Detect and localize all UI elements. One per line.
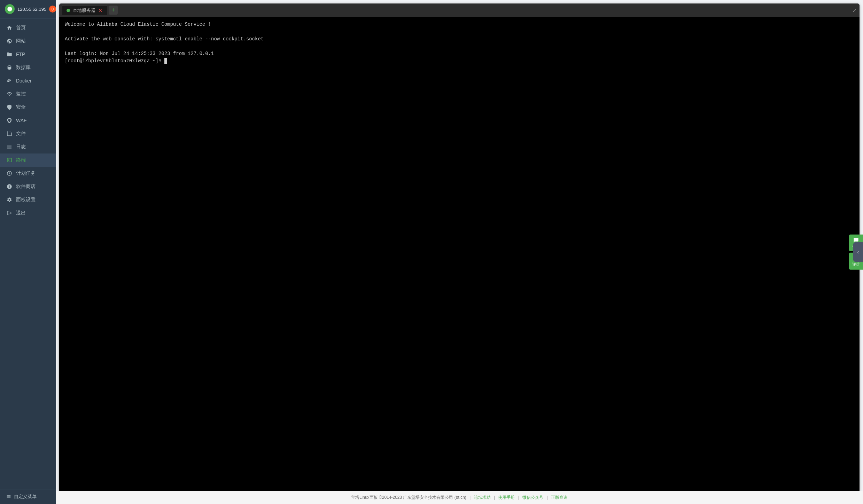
footer-link-manual[interactable]: 使用手册 [498,495,515,500]
sidebar-item-database-label: 数据库 [16,64,31,71]
sidebar-item-database[interactable]: 数据库 [0,61,56,74]
clock-icon [6,170,13,176]
terminal-line-3: Activate the web console with: systemctl… [65,36,264,42]
svg-rect-1 [8,80,9,80]
sidebar-item-terminal-label: 终端 [16,157,26,163]
sidebar-collapse-button[interactable]: ‹ [853,242,863,262]
sidebar-item-waf[interactable]: WAF [0,114,56,127]
sidebar-item-logs-label: 日志 [16,144,26,150]
sidebar-item-logout[interactable]: 退出 [0,206,56,220]
footer-copyright: 宝塔Linux面板 ©2014-2023 广东堡塔安全技术有限公司 (bt.cn… [351,495,466,500]
terminal-prompt: [root@iZbplevr9blnto5z0xlwzgZ ~]# [65,58,164,64]
sidebar-item-website-label: 网站 [16,38,26,44]
sidebar-item-monitor[interactable]: 监控 [0,87,56,101]
file-icon [6,131,13,137]
database-icon [6,64,13,71]
server-icon [5,4,15,14]
logout-icon [6,210,13,216]
sidebar-item-security-label: 安全 [16,104,26,110]
sidebar-item-docker-label: Docker [16,78,31,84]
shield-icon [6,104,13,110]
add-terminal-tab-button[interactable]: + [109,6,118,15]
tab-close-button[interactable]: ✕ [98,8,103,13]
footer-sep-3: | [518,495,519,500]
footer-link-wechat[interactable]: 微信公众号 [522,495,543,500]
sidebar-item-security[interactable]: 安全 [0,101,56,114]
svg-rect-3 [8,79,9,80]
footer-sep-4: | [547,495,548,500]
tab-status-dot [67,9,70,12]
footer-link-verify[interactable]: 正版查询 [551,495,568,500]
sidebar-item-shop-label: 软件商店 [16,183,36,190]
monitor-icon [6,91,13,97]
sidebar-item-cron-label: 计划任务 [16,170,36,176]
log-icon [6,144,13,150]
waf-icon [6,117,13,124]
sidebar-item-waf-label: WAF [16,118,27,123]
footer-link-forum[interactable]: 论坛求助 [474,495,491,500]
docker-icon [6,78,13,84]
sidebar-nav: 首页 网站 FTP 数据库 [0,18,56,489]
footer-sep-2: | [494,495,495,500]
sidebar-item-ftp-label: FTP [16,52,25,57]
sidebar: 120.55.62.195 0 首页 网站 [0,0,56,504]
gear-icon [6,197,13,203]
notification-badge: 0 [49,6,56,13]
terminal-line-5: Last login: Mon Jul 24 14:25:33 2023 fro… [65,51,214,56]
feedback-label: 评价 [852,262,860,267]
sidebar-item-files-label: 文件 [16,131,26,137]
sidebar-item-settings[interactable]: 面板设置 [0,193,56,206]
sidebar-item-cron[interactable]: 计划任务 [0,167,56,180]
expand-terminal-button[interactable]: ⤢ [852,7,857,14]
sidebar-item-terminal[interactable]: 终端 [0,153,56,167]
sidebar-item-files[interactable]: 文件 [0,127,56,140]
terminal-screen[interactable]: Welcome to Alibaba Cloud Elastic Compute… [59,17,860,491]
sidebar-item-ftp[interactable]: FTP [0,48,56,61]
sidebar-item-settings-label: 面板设置 [16,197,36,203]
sidebar-item-home-label: 首页 [16,25,26,31]
footer: 宝塔Linux面板 ©2014-2023 广东堡塔安全技术有限公司 (bt.cn… [56,491,863,504]
globe-icon [6,38,13,44]
shop-icon [6,183,13,190]
server-ip: 120.55.62.195 [17,7,46,12]
sidebar-item-home[interactable]: 首页 [0,21,56,34]
custom-menu-label: 自定义菜单 [14,494,37,500]
sidebar-item-docker[interactable]: Docker [0,74,56,87]
sidebar-header: 120.55.62.195 0 [0,0,56,18]
terminal-container: 本地服务器 ✕ + ⤢ Welcome to Alibaba Cloud Ela… [59,3,860,491]
sidebar-item-monitor-label: 监控 [16,91,26,97]
terminal-tabs: 本地服务器 ✕ + ⤢ [59,3,860,17]
sidebar-item-shop[interactable]: 软件商店 [0,180,56,193]
ftp-icon [6,51,13,57]
terminal-tab-label: 本地服务器 [73,7,95,14]
home-icon [6,25,13,31]
terminal-line-1: Welcome to Alibaba Cloud Elastic Compute… [65,22,211,27]
terminal-cursor [164,58,167,64]
svg-rect-0 [7,80,8,80]
svg-rect-2 [9,80,10,80]
terminal-icon [6,157,13,163]
sidebar-item-logs[interactable]: 日志 [0,140,56,153]
footer-sep-1: | [469,495,471,500]
svg-rect-4 [9,79,10,80]
terminal-tab-local[interactable]: 本地服务器 ✕ [62,5,107,15]
main-content: 本地服务器 ✕ + ⤢ Welcome to Alibaba Cloud Ela… [56,0,863,504]
custom-menu-button[interactable]: 自定义菜单 [6,494,49,500]
custom-menu-icon [6,494,11,500]
sidebar-item-website[interactable]: 网站 [0,34,56,48]
sidebar-footer: 自定义菜单 [0,489,56,504]
sidebar-item-logout-label: 退出 [16,210,26,216]
